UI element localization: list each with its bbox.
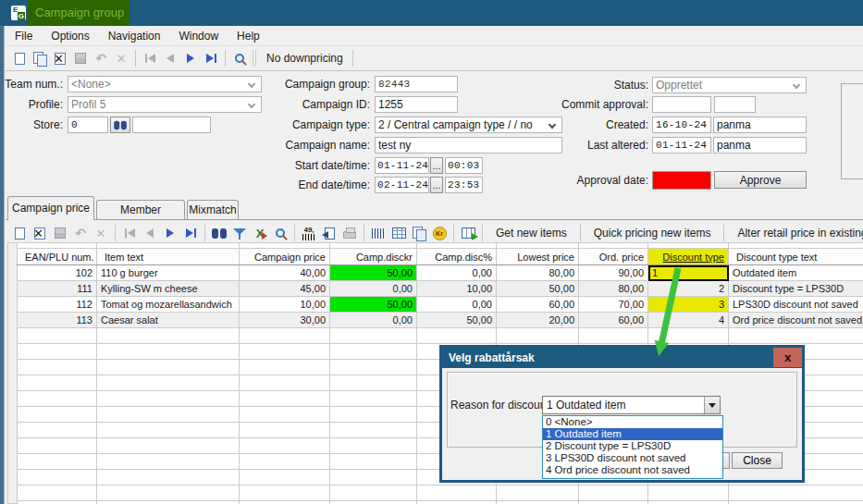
cell-item[interactable]: Kylling-SW m cheese <box>97 281 240 297</box>
empty-cell[interactable] <box>240 486 330 501</box>
cell-discount-text[interactable]: Outdated item <box>729 265 863 281</box>
empty-cell[interactable] <box>240 375 330 391</box>
empty-cell[interactable] <box>97 423 240 438</box>
cell-lowest[interactable]: 60,00 <box>497 297 579 313</box>
empty-cell[interactable] <box>330 454 417 470</box>
last-record-icon[interactable] <box>180 224 201 242</box>
empty-cell[interactable] <box>729 501 863 504</box>
get-new-items-button[interactable]: Get new items <box>487 224 576 242</box>
column-header-camp-disc-pct[interactable]: Camp.disc% <box>417 249 497 265</box>
cell-campaign-price[interactable]: 40,00 <box>240 265 330 281</box>
cell-campaign-price[interactable]: 30,00 <box>240 313 330 328</box>
empty-cell[interactable] <box>18 438 97 454</box>
empty-cell[interactable] <box>729 486 863 501</box>
empty-cell[interactable] <box>579 486 648 501</box>
cell-item[interactable]: Tomat og mozarellasandwich <box>97 297 240 313</box>
start-date-browse-button[interactable]: ... <box>430 157 443 174</box>
tab-member-campaign[interactable]: Member campaign <box>96 200 185 219</box>
cell-discount-type-editing[interactable]: 1 <box>648 265 729 281</box>
filter-icon[interactable] <box>229 224 250 242</box>
menu-window[interactable]: Window <box>169 30 228 43</box>
empty-cell[interactable] <box>330 328 417 344</box>
column-header-ord-price[interactable]: Ord. price <box>579 249 648 265</box>
delete-record-icon[interactable] <box>30 224 50 242</box>
empty-cell[interactable] <box>240 407 330 423</box>
cell-discount-type[interactable]: 4 <box>648 313 729 328</box>
team-num-combo[interactable]: <None> <box>68 76 262 92</box>
close-button[interactable]: Close <box>732 452 783 469</box>
column-header-camp-disckr[interactable]: Camp.disckr <box>330 249 417 265</box>
end-time-input[interactable]: 23:53 <box>445 177 483 193</box>
cell-ord[interactable]: 90,00 <box>579 265 648 281</box>
cell-campaign-price[interactable]: 10,00 <box>240 297 330 313</box>
empty-cell[interactable] <box>330 407 417 423</box>
cell-ean[interactable]: 113 <box>18 313 97 328</box>
empty-cell[interactable] <box>330 375 417 391</box>
empty-cell[interactable] <box>417 501 497 504</box>
empty-cell[interactable] <box>18 375 97 391</box>
new-icon[interactable] <box>9 224 30 242</box>
empty-cell[interactable] <box>648 328 729 344</box>
cell-ord[interactable]: 80,00 <box>579 281 648 297</box>
find-icon[interactable] <box>209 224 229 242</box>
empty-cell[interactable] <box>330 470 417 486</box>
empty-cell[interactable] <box>97 328 240 344</box>
next-record-icon[interactable] <box>160 224 180 242</box>
empty-cell[interactable] <box>417 486 497 501</box>
profile-combo[interactable]: Profil 5 <box>68 96 262 113</box>
next-record-icon[interactable] <box>180 49 201 68</box>
cell-discount-type[interactable]: 2 <box>648 281 729 297</box>
empty-cell[interactable] <box>97 375 240 391</box>
empty-cell[interactable] <box>97 470 240 486</box>
empty-cell[interactable] <box>648 501 729 504</box>
empty-cell[interactable] <box>97 407 240 423</box>
doc-list-icon[interactable] <box>409 224 429 242</box>
empty-cell[interactable] <box>417 328 497 344</box>
cell-disckr[interactable]: 50,00 <box>330 297 417 313</box>
cell-disckr[interactable]: 0,00 <box>330 313 417 328</box>
alter-retail-price-button[interactable]: Alter retail price in existing <box>728 224 863 242</box>
cell-lowest[interactable]: 20,00 <box>497 313 579 328</box>
delete-record-icon[interactable] <box>50 49 70 68</box>
menu-navigation[interactable]: Navigation <box>99 30 170 43</box>
empty-cell[interactable] <box>240 501 330 504</box>
price-barcode-icon[interactable] <box>299 224 319 242</box>
empty-cell[interactable] <box>330 438 417 454</box>
tab-campaign-price[interactable]: Campaign price <box>7 196 94 220</box>
empty-cell[interactable] <box>240 470 330 486</box>
new-icon[interactable] <box>9 49 30 68</box>
cell-item[interactable]: 110 g burger <box>97 265 240 281</box>
store-search-button[interactable] <box>110 117 130 133</box>
empty-cell[interactable] <box>97 486 240 501</box>
column-header-ean[interactable]: EAN/PLU num. <box>18 249 97 265</box>
empty-cell[interactable] <box>18 344 97 360</box>
empty-cell[interactable] <box>18 407 97 423</box>
empty-cell[interactable] <box>240 454 330 470</box>
cell-disc-pct[interactable]: 50,00 <box>417 313 497 328</box>
empty-cell[interactable] <box>497 486 579 501</box>
cell-discount-text[interactable]: Discount type = LPS30D <box>729 281 863 297</box>
cell-disc-pct[interactable]: 0,00 <box>417 297 497 313</box>
copy-icon[interactable] <box>30 49 50 68</box>
empty-cell[interactable] <box>240 328 330 344</box>
empty-cell[interactable] <box>648 486 729 501</box>
column-header-campaign-price[interactable]: Campaign price <box>240 249 330 265</box>
cell-discount-text[interactable]: Ord price discount not saved <box>729 313 863 328</box>
cell-disckr[interactable]: 50,00 <box>330 265 417 281</box>
empty-cell[interactable] <box>330 391 417 407</box>
close-icon[interactable]: x <box>773 348 802 367</box>
start-date-input[interactable]: 01-11-24 <box>375 157 429 174</box>
cell-ord[interactable]: 60,00 <box>579 313 648 328</box>
cell-ean[interactable]: 111 <box>18 281 97 297</box>
empty-cell[interactable] <box>97 391 240 407</box>
empty-cell[interactable] <box>18 501 97 504</box>
dropdown-option-selected[interactable]: 1 Outdated item <box>543 428 722 440</box>
empty-cell[interactable] <box>240 344 330 360</box>
zoom-icon[interactable] <box>229 49 250 68</box>
tab-mixmatch[interactable]: Mixmatch <box>187 200 239 219</box>
table-arrow-icon[interactable] <box>458 224 478 242</box>
reason-combobox[interactable]: 1 Outdated item <box>542 396 721 414</box>
empty-cell[interactable] <box>97 454 240 470</box>
empty-cell[interactable] <box>18 454 97 470</box>
quick-pricing-new-items-button[interactable]: Quick pricing new items <box>585 224 721 242</box>
